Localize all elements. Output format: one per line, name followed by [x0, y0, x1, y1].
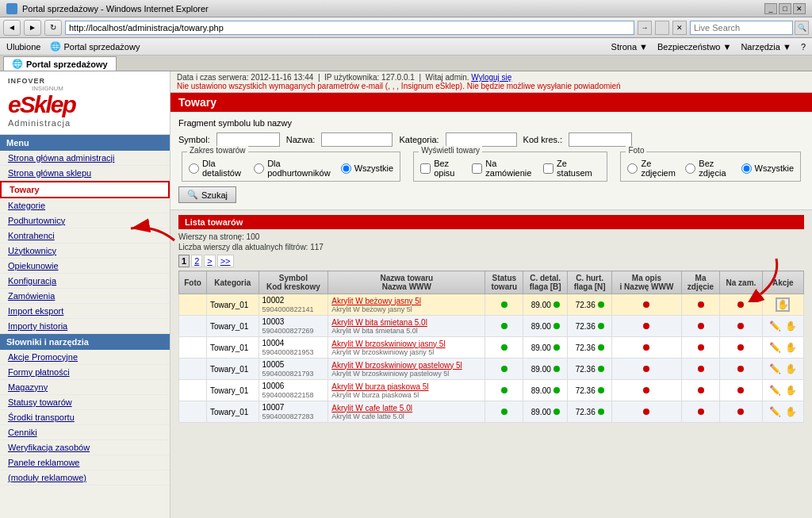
section2-header: Słowniki i narzędzia — [0, 334, 170, 350]
cell-na-zam — [720, 294, 762, 316]
product-link[interactable]: Akrylit W beżowy jasny 5l — [331, 297, 421, 305]
go-button[interactable]: → — [638, 21, 652, 35]
dot-red — [737, 366, 744, 372]
close-button[interactable]: ✕ — [793, 3, 806, 14]
hand-icon[interactable]: ✋ — [785, 385, 797, 396]
symbol-input[interactable] — [216, 132, 280, 147]
radio-ze-zdjeciem[interactable] — [627, 163, 638, 174]
page-last[interactable]: >> — [217, 255, 234, 267]
sidebar-item-akcje-promocyjne[interactable]: Akcje Promocyjne — [0, 350, 170, 365]
stop-button[interactable]: ✕ — [672, 21, 687, 35]
table-row: Towary_01 100045904000821953 Akrylit W b… — [179, 337, 804, 359]
portal-favorite[interactable]: 🌐 Portal sprzedażowy — [50, 41, 140, 52]
radio-detalisci[interactable] — [189, 163, 199, 174]
sidebar-item-podhurtownicy[interactable]: Podhurtownicy — [0, 213, 170, 228]
page-next[interactable]: > — [204, 255, 215, 267]
hand-icon[interactable]: ✋ — [785, 406, 797, 417]
refresh-button[interactable]: ↻ — [44, 20, 62, 36]
sidebar-item-konfiguracja[interactable]: Konfiguracja — [0, 274, 170, 289]
dot-red — [643, 366, 649, 372]
sidebar-item-kontrahenci[interactable]: Kontrahenci — [0, 228, 170, 244]
tab-portal[interactable]: 🌐 Portal sprzedażowy — [3, 56, 117, 71]
sidebar-item-importy-historia[interactable]: Importy historia — [0, 319, 170, 334]
sidebar-item-opiekunowie[interactable]: Opiekunowie — [0, 259, 170, 274]
cell-nazwa[interactable]: Akrylit W beżowy jasny 5l Akrylit W beżo… — [328, 294, 485, 316]
sidebar-item-import-eksport[interactable]: Import eksport — [0, 304, 170, 319]
cell-nazwa[interactable]: Akrylit W bita śmietana 5.0l Akrylit W b… — [328, 316, 485, 337]
help-button[interactable]: ? — [801, 42, 806, 52]
strona-menu[interactable]: Strona ▼ — [611, 42, 648, 52]
search-button[interactable]: 🔍 Szukaj — [178, 186, 236, 203]
na-zamowienie-check[interactable] — [472, 163, 482, 174]
radio-podhurt[interactable] — [254, 163, 264, 174]
sidebar-item-statusy-towarow[interactable]: Statusy towarów — [0, 395, 170, 410]
esklep-logo: eSklep — [8, 93, 162, 117]
forward-button[interactable]: ► — [24, 20, 41, 36]
product-link[interactable]: Akrylit W cafe latte 5.0l — [331, 404, 412, 412]
radio-wszystkie[interactable] — [341, 163, 351, 174]
radio-bez-zdjecia[interactable] — [685, 163, 695, 174]
favorites-label[interactable]: Ulubione — [6, 42, 40, 52]
dot-green — [501, 323, 508, 329]
logout-link[interactable]: Wyloguj się — [471, 73, 511, 82]
product-link[interactable]: Akrylit W brzoskwiniowy jasny 5l — [331, 340, 445, 348]
sidebar-item-main-admin[interactable]: Strona główna administracji — [0, 151, 170, 166]
cell-c-detal: 89.00 — [523, 337, 568, 359]
back-button[interactable]: ◄ — [3, 20, 21, 36]
kategoria-label: Kategoria: — [399, 135, 439, 144]
list-section: Lista towarów Wierszy na stronę: 100 Lic… — [170, 210, 812, 428]
minimize-button[interactable]: _ — [764, 3, 777, 14]
edit-icon[interactable]: ✏️ — [769, 406, 781, 417]
edit-icon[interactable]: ✋ — [776, 297, 790, 312]
edit-icon[interactable]: ✏️ — [769, 385, 781, 396]
product-link[interactable]: Akrylit W burza piaskowa 5l — [331, 382, 428, 391]
search-go-button[interactable]: 🔍 — [795, 21, 809, 35]
cell-symbol: 100025904000822141 — [259, 294, 328, 316]
dot-green — [598, 387, 604, 393]
bezpieczenstwo-menu[interactable]: Bezpieczeństwo ▼ — [657, 42, 731, 52]
sidebar-item-uzytkownicy[interactable]: Użytkownicy — [0, 244, 170, 259]
tab-bar: 🌐 Portal sprzedażowy — [0, 56, 812, 71]
ze-statusem-check[interactable] — [543, 163, 553, 174]
narzedzia-menu[interactable]: Narzędzia ▼ — [741, 42, 791, 52]
sidebar-item-panele-reklamowe[interactable]: Panele reklamowe — [0, 455, 170, 470]
table-row: Towary_01 100035904000827269 Akrylit W b… — [179, 316, 804, 337]
sidebar-item-main-shop[interactable]: Strona główna sklepu — [0, 166, 170, 181]
page-1[interactable]: 1 — [178, 255, 190, 267]
hand-icon[interactable]: ✋ — [785, 342, 797, 353]
page-2[interactable]: 2 — [191, 255, 202, 267]
bez-opisu-check[interactable] — [420, 163, 431, 174]
address-bar[interactable] — [65, 21, 634, 35]
nazwa-input[interactable] — [321, 132, 393, 147]
cell-nazwa[interactable]: Akrylit W brzoskwiniowy jasny 5l Akrylit… — [328, 337, 485, 359]
edit-icon[interactable]: ✏️ — [769, 363, 781, 374]
sidebar-item-towary[interactable]: Towary — [0, 181, 170, 198]
sidebar-item-formy-platnosci[interactable]: Formy płatności — [0, 365, 170, 380]
edit-icon[interactable]: ✏️ — [769, 342, 781, 353]
product-link[interactable]: Akrylit W brzoskwiniowy pastelowy 5l — [331, 361, 462, 370]
hand-icon[interactable]: ✋ — [785, 363, 797, 374]
kod-kres-input[interactable] — [569, 132, 632, 147]
cell-nazwa[interactable]: Akrylit W brzoskwiniowy pastelowy 5l Akr… — [328, 359, 485, 380]
edit-icon[interactable]: ✏️ — [769, 320, 781, 332]
sidebar-item-magazyny[interactable]: Magazyny — [0, 380, 170, 395]
sidebar-item-srodki-transportu[interactable]: Środki transportu — [0, 410, 170, 425]
sidebar-item-kategorie[interactable]: Kategorie — [0, 198, 170, 213]
sidebar-item-weryfikacja-zasobow[interactable]: Weryfikacja zasobów — [0, 440, 170, 455]
sidebar-item-zamowienia[interactable]: Zamówienia — [0, 289, 170, 304]
cell-nazwa[interactable]: Akrylit W cafe latte 5.0l Akrylit W cafe… — [328, 401, 485, 423]
cell-ma-zdjecie — [681, 337, 719, 359]
cert-icon[interactable] — [655, 21, 669, 35]
search-input[interactable] — [690, 21, 793, 35]
kategoria-input[interactable] — [446, 132, 517, 147]
maximize-button[interactable]: □ — [779, 3, 791, 14]
cell-kategoria: Towary_01 — [207, 294, 259, 316]
pagination: 1 2 > >> — [178, 255, 804, 267]
cell-nazwa[interactable]: Akrylit W burza piaskowa 5l Akrylit W bu… — [328, 380, 485, 401]
cell-c-detal: 89.00 — [523, 380, 568, 401]
sidebar-item-moduly-reklamowe[interactable]: (moduły reklamowe) — [0, 470, 170, 485]
sidebar-item-cenniki[interactable]: Cenniki — [0, 425, 170, 440]
product-link[interactable]: Akrylit W bita śmietana 5.0l — [331, 318, 427, 327]
hand-icon[interactable]: ✋ — [785, 320, 797, 332]
radio-wszystkie-foto[interactable] — [741, 163, 752, 174]
